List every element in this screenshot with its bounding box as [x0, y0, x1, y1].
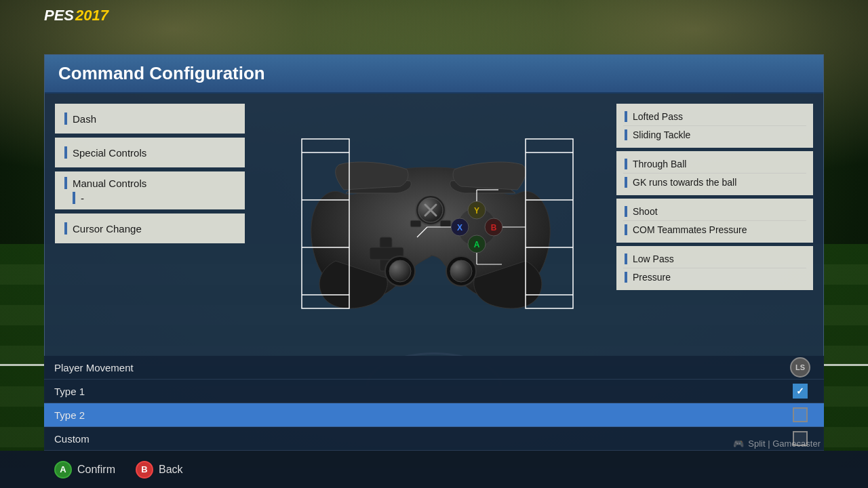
table-row-player-movement[interactable]: Player Movement LS — [44, 356, 824, 380]
menu-indicator — [64, 177, 67, 189]
svg-text:B: B — [491, 223, 497, 232]
row-label: Player Movement — [54, 362, 787, 373]
item-label: Shoot — [633, 206, 658, 217]
back-button[interactable]: B Back — [136, 461, 183, 479]
row-label: Type 2 — [54, 409, 787, 421]
item-indicator — [625, 111, 627, 122]
gamecaster-text: Split | Gamecaster — [748, 439, 821, 449]
item-indicator — [625, 206, 627, 217]
right-group-2: Through Ball GK runs towards the ball — [616, 151, 813, 195]
right-item-shoot: Shoot — [623, 203, 806, 220]
menu-indicator — [73, 192, 75, 204]
svg-text:Y: Y — [474, 206, 479, 216]
table-row-type2[interactable]: Type 2 — [44, 403, 824, 427]
page-title: Command Configuration — [58, 63, 265, 83]
menu-indicator — [64, 146, 67, 159]
right-group-4: Low Pass Pressure — [616, 246, 813, 290]
confirm-label: Confirm — [77, 464, 115, 476]
confirm-button[interactable]: A Confirm — [54, 461, 115, 479]
bottom-bar: A Confirm B Back — [0, 451, 868, 488]
row-value — [787, 407, 814, 422]
svg-rect-27 — [410, 220, 421, 227]
a-button-icon: A — [54, 461, 72, 479]
svg-point-15 — [389, 260, 411, 282]
gamecaster-icon: 🎮 — [733, 439, 744, 449]
left-menu: Dash Special Controls Manual Controls - … — [55, 100, 245, 353]
menu-item-manual-controls[interactable]: Manual Controls - — [55, 171, 245, 209]
item-label: Through Ball — [633, 159, 686, 169]
right-item-com-pressure: COM Teammates Pressure — [623, 220, 806, 239]
controller-container: Y A X B — [302, 139, 559, 315]
item-label: COM Teammates Pressure — [633, 224, 747, 235]
table-row-custom[interactable]: Custom — [44, 427, 824, 451]
svg-text:A: A — [474, 240, 480, 249]
panel-header: Command Configuration — [45, 55, 823, 94]
menu-item-cursor-change[interactable]: Cursor Change — [55, 214, 245, 243]
menu-indicator — [64, 113, 67, 125]
right-group-3: Shoot COM Teammates Pressure — [616, 199, 813, 243]
back-label: Back — [159, 464, 183, 476]
item-indicator — [625, 177, 627, 188]
right-item-lofted-pass: Lofted Pass — [623, 108, 806, 125]
b-button-icon: B — [136, 461, 153, 479]
gamecaster-watermark: 🎮 Split | Gamecaster — [733, 439, 821, 449]
table-row-type1[interactable]: Type 1 — [44, 380, 824, 403]
right-panel: Lofted Pass Sliding Tackle Through Ball … — [616, 100, 813, 353]
svg-rect-28 — [440, 220, 451, 227]
item-indicator — [625, 253, 627, 264]
pes-text: PES — [44, 7, 74, 24]
right-item-low-pass: Low Pass — [623, 250, 806, 268]
right-item-pressure: Pressure — [623, 268, 806, 286]
menu-sub-label: - — [81, 192, 84, 204]
item-indicator — [625, 272, 627, 283]
menu-item-label: Cursor Change — [73, 223, 142, 235]
item-label: Pressure — [633, 272, 671, 283]
checkbox-type1[interactable] — [793, 384, 808, 399]
menu-item-dash[interactable]: Dash — [55, 104, 245, 134]
item-label: GK runs towards the ball — [633, 177, 736, 188]
right-item-gk-runs: GK runs towards the ball — [623, 173, 806, 191]
controller-image: Y A X B — [302, 139, 559, 315]
menu-item-label: Special Controls — [73, 147, 146, 159]
bottom-table: Player Movement LS Type 1 Type 2 Custom — [44, 356, 824, 451]
controller-area: Y A X B — [252, 100, 610, 353]
item-indicator — [625, 129, 627, 140]
menu-indicator — [64, 222, 67, 235]
item-indicator — [625, 159, 627, 169]
row-label: Type 1 — [54, 386, 787, 397]
row-value — [787, 384, 814, 399]
menu-item-label: Manual Controls — [73, 178, 146, 189]
item-label: Sliding Tackle — [633, 129, 690, 140]
item-label: Low Pass — [633, 253, 674, 264]
checkbox-type2[interactable] — [793, 407, 808, 422]
menu-item-label: Dash — [73, 113, 96, 125]
item-label: Lofted Pass — [633, 111, 683, 122]
menu-item-special-controls[interactable]: Special Controls — [55, 138, 245, 167]
row-label: Custom — [54, 433, 787, 445]
svg-text:X: X — [457, 223, 462, 232]
row-value: LS — [787, 357, 814, 378]
pes-logo: PES 2017 — [44, 7, 108, 24]
item-indicator — [625, 224, 627, 235]
right-group-1: Lofted Pass Sliding Tackle — [616, 104, 813, 148]
content-area: Dash Special Controls Manual Controls - … — [45, 94, 823, 360]
ls-badge: LS — [790, 357, 810, 378]
svg-point-17 — [450, 260, 472, 282]
right-item-sliding-tackle: Sliding Tackle — [623, 125, 806, 144]
right-item-through-ball: Through Ball — [623, 155, 806, 173]
pes-year: 2017 — [75, 7, 108, 24]
